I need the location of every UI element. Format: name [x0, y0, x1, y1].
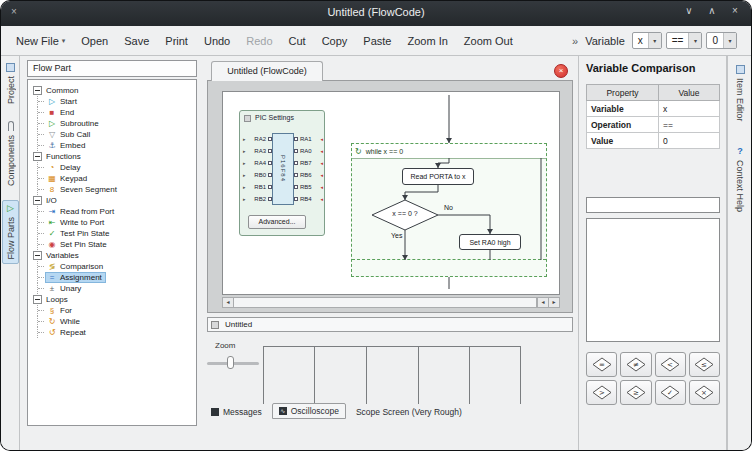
operator-button-3[interactable]: <	[655, 352, 686, 377]
pic-pin-rb2[interactable]: ▸RB2	[243, 193, 272, 205]
tree-item-sub-call[interactable]: ▽Sub Call	[33, 129, 194, 140]
set-ra0-box[interactable]: Set RA0 high	[459, 234, 521, 250]
pic-pin-rb0[interactable]: ▸RB0	[243, 169, 272, 181]
minimized-document-bar[interactable]: Untitled	[207, 317, 573, 332]
tree-group-loops[interactable]: Loops	[33, 294, 194, 305]
document-close-button[interactable]: ×	[554, 64, 568, 78]
table-row[interactable]: Value0	[587, 133, 720, 149]
combo-dropdown-icon[interactable]: ▾	[648, 33, 661, 48]
tree-item-unary[interactable]: ±Unary	[33, 283, 194, 294]
toolbar-save-button[interactable]: Save	[117, 31, 156, 51]
scroll-left-icon[interactable]: ◂	[537, 298, 548, 307]
property-value[interactable]: x	[659, 101, 720, 117]
pic-settings-box[interactable]: PIC Settings ▸RA2▸RA3▸RA4▸RB0▸RB1▸RB2 P1…	[239, 110, 325, 236]
decision-label[interactable]: x == 0 ?	[372, 210, 438, 217]
close-button-icon[interactable]: ×	[729, 5, 741, 16]
toolbar-zoom-in-button[interactable]: Zoom In	[400, 31, 454, 51]
pic-pin-rb1[interactable]: ▸RB1	[243, 181, 272, 193]
operator-button-1[interactable]: =	[586, 352, 617, 377]
tree-group-variables[interactable]: Variables	[33, 250, 194, 261]
tree-item-start[interactable]: ▷Start	[33, 96, 194, 107]
zoom-slider[interactable]	[207, 355, 259, 370]
tree-item-test-pin-state[interactable]: ✓Test Pin State	[33, 228, 194, 239]
collapse-icon[interactable]	[33, 295, 42, 304]
toolbar-copy-button[interactable]: Copy	[315, 31, 355, 51]
tree-group-functions[interactable]: Functions	[33, 151, 194, 162]
operator-button-2[interactable]: ≠	[620, 352, 651, 377]
operator-button-5[interactable]: >	[586, 380, 617, 405]
variable-combo-2[interactable]: ==▾	[666, 32, 703, 49]
operator-button-6[interactable]: ≥	[620, 380, 651, 405]
tree-item-subroutine[interactable]: ▷Subroutine	[33, 118, 194, 129]
tree-item-delay[interactable]: ◔Delay	[33, 162, 194, 173]
combo-dropdown-icon[interactable]: ▾	[688, 33, 701, 48]
tree-item-end[interactable]: ■End	[33, 107, 194, 118]
tree-item-for[interactable]: §For	[33, 305, 194, 316]
canvas-horizontal-scrollbar[interactable]: ◂ ◂ ▸	[222, 297, 560, 308]
bottom-tab-oscilloscope[interactable]: ∿Oscilloscope	[272, 403, 346, 419]
zoom-slider-handle[interactable]	[227, 356, 234, 369]
pic-pin-rb7[interactable]: RB7◂	[294, 157, 323, 169]
toolbar-open-button[interactable]: Open	[74, 31, 115, 51]
value-input[interactable]	[586, 197, 720, 213]
toolbar-cut-button[interactable]: Cut	[282, 31, 313, 51]
table-row[interactable]: Operation==	[587, 117, 720, 133]
tree-item-embed[interactable]: ⚓Embed	[33, 140, 194, 151]
pic-pin-rb5[interactable]: RB5◂	[294, 181, 323, 193]
items-listbox[interactable]	[586, 218, 720, 342]
bottom-tab-messages[interactable]: Messages	[205, 405, 268, 419]
tree-item-comparison[interactable]: ≶Comparison	[33, 261, 194, 272]
toolbar-new-file-button[interactable]: New File▾	[9, 31, 72, 51]
operator-button-4[interactable]: ≤	[689, 352, 720, 377]
operator-button-8[interactable]: ×	[689, 380, 720, 405]
pic-pin-ra4[interactable]: ▸RA4	[243, 157, 272, 169]
collapse-icon[interactable]	[33, 251, 42, 260]
toolbar-undo-button[interactable]: Undo	[197, 31, 237, 51]
table-row[interactable]: Variablex	[587, 101, 720, 117]
pic-pin-ra3[interactable]: ▸RA3	[243, 145, 272, 157]
toolbar-paste-button[interactable]: Paste	[356, 31, 398, 51]
pic-pin-ra0[interactable]: RA0◂	[294, 145, 323, 157]
property-value[interactable]: 0	[659, 133, 720, 149]
operator-button-7[interactable]: ✓	[655, 380, 686, 405]
right-tab-item-editor[interactable]: Item Editor	[730, 62, 750, 125]
tree-item-keypad[interactable]: ▦Keypad	[33, 173, 194, 184]
tree-item-write-to-port[interactable]: ⇤Write to Port	[33, 217, 194, 228]
tree-item-read-from-port[interactable]: ⇥Read from Port	[33, 206, 194, 217]
tree-item-assignment[interactable]: =Assignment	[33, 272, 194, 283]
maximize-button-icon[interactable]: ∧	[706, 5, 718, 16]
flowchart-canvas[interactable]: ↻ while x == 0	[222, 91, 560, 295]
titlebar[interactable]: × Untitled (FlowCode) ∨ ∧ ×	[1, 1, 751, 26]
pic-pin-ra2[interactable]: ▸RA2	[243, 133, 272, 145]
sidebar-tab-project[interactable]: Project	[2, 60, 19, 107]
tree-group-i-o[interactable]: I/O	[33, 195, 194, 206]
variable-combo-1[interactable]: x▾	[632, 32, 662, 49]
advanced-button[interactable]: Advanced...	[248, 215, 306, 229]
collapse-icon[interactable]	[33, 152, 42, 161]
toolbar-overflow-chevron[interactable]: »	[572, 35, 578, 47]
sidebar-tab-flow-parts[interactable]: ▷Flow Parts	[2, 200, 19, 264]
while-loop-header[interactable]: ↻ while x == 0	[352, 144, 546, 159]
right-tab-context-help[interactable]: ?Context Help	[730, 144, 750, 215]
read-porta-box[interactable]: Read PORTA to x	[402, 168, 474, 185]
collapse-icon[interactable]	[33, 86, 42, 95]
bottom-tab-scope-screen-very-rough[interactable]: Scope Screen (Very Rough)	[350, 405, 468, 419]
collapse-icon[interactable]	[33, 196, 42, 205]
tree-item-seven-segment[interactable]: 8Seven Segment	[33, 184, 194, 195]
minimize-button-icon[interactable]: ∨	[683, 5, 695, 16]
scrollbar-thumb[interactable]	[234, 298, 537, 307]
tree-group-common[interactable]: Common	[33, 85, 194, 96]
tree-item-repeat[interactable]: ↺Repeat	[33, 327, 194, 338]
document-tab[interactable]: Untitled (FlowCode)	[211, 61, 323, 81]
tree-item-while[interactable]: ↻While	[33, 316, 194, 327]
property-value[interactable]: ==	[659, 117, 720, 133]
sidebar-tab-components[interactable]: Components	[2, 118, 19, 189]
scroll-right-icon[interactable]: ▸	[548, 298, 559, 307]
variable-combo-3[interactable]: 0▾	[706, 32, 737, 49]
pic-pin-rb6[interactable]: RB6◂	[294, 169, 323, 181]
scroll-left-icon[interactable]: ◂	[223, 298, 234, 307]
tree-item-set-pin-state[interactable]: ◉Set Pin State	[33, 239, 194, 250]
pic-pin-ra1[interactable]: RA1◂	[294, 133, 323, 145]
pic-pin-rb4[interactable]: RB4◂	[294, 193, 323, 205]
toolbar-zoom-out-button[interactable]: Zoom Out	[457, 31, 520, 51]
